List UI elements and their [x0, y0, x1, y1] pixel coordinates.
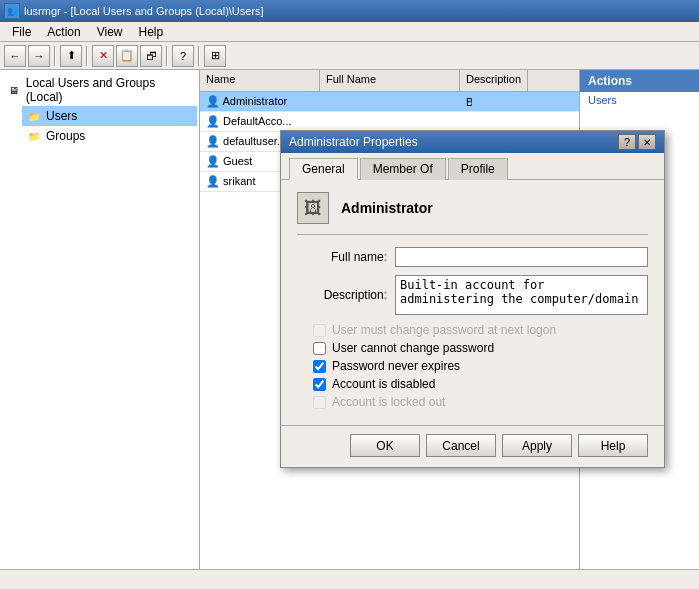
menu-file[interactable]: File — [4, 23, 39, 41]
checkbox-never-expires-label: Password never expires — [332, 359, 460, 373]
toolbar-display[interactable]: ⊞ — [204, 45, 226, 67]
tree-item-users[interactable]: 📁 Users — [22, 106, 197, 126]
tab-member-of[interactable]: Member Of — [360, 158, 446, 180]
fullname-row: Full name: — [297, 247, 648, 267]
administrator-properties-dialog: Administrator Properties ? ✕ General Mem… — [280, 130, 665, 468]
row-description: Built-in account for ad... — [460, 94, 472, 110]
toolbar-sep1 — [54, 46, 56, 66]
row-name: 👤 DefaultAcco... — [200, 113, 320, 130]
tab-bar: General Member Of Profile — [281, 153, 664, 180]
toolbar-forward[interactable]: → — [28, 45, 50, 67]
list-row[interactable]: 👤 Administrator Built-in account for ad.… — [200, 92, 579, 112]
tab-general[interactable]: General — [289, 158, 358, 180]
menu-action[interactable]: Action — [39, 23, 88, 41]
user-icon: 👤 — [206, 155, 223, 167]
description-label: Description: — [297, 288, 387, 302]
actions-header: Actions — [580, 70, 699, 92]
toolbar-delete[interactable]: ✕ — [92, 45, 114, 67]
description-input[interactable] — [395, 275, 648, 315]
ok-button[interactable]: OK — [350, 434, 420, 457]
menu-help[interactable]: Help — [131, 23, 172, 41]
checkbox-must-change-label: User must change password at next logon — [332, 323, 556, 337]
toolbar-back[interactable]: ← — [4, 45, 26, 67]
help-button[interactable]: Help — [578, 434, 648, 457]
apply-button[interactable]: Apply — [502, 434, 572, 457]
fullname-input[interactable] — [395, 247, 648, 267]
checkbox-account-locked-input[interactable] — [313, 396, 326, 409]
list-header: Name Full Name Description — [200, 70, 579, 92]
avatar-icon: 🖼 — [304, 198, 322, 219]
checkbox-account-locked-label: Account is locked out — [332, 395, 445, 409]
avatar: 🖼 — [297, 192, 329, 224]
toolbar-sep3 — [166, 46, 168, 66]
checkbox-account-disabled-input[interactable] — [313, 378, 326, 391]
row-fullname — [320, 100, 460, 104]
toolbar-properties[interactable]: 📋 — [116, 45, 138, 67]
tree-root: 🖥 Local Users and Groups (Local) 📁 Users… — [0, 70, 199, 150]
toolbar-up[interactable]: ⬆ — [60, 45, 82, 67]
tree-root-icon: 🖥 — [6, 82, 22, 98]
menu-view[interactable]: View — [89, 23, 131, 41]
cancel-button[interactable]: Cancel — [426, 434, 496, 457]
tab-profile[interactable]: Profile — [448, 158, 508, 180]
checkbox-must-change: User must change password at next logon — [297, 323, 648, 337]
tree-item-groups[interactable]: 📁 Groups — [22, 126, 197, 146]
status-bar — [0, 569, 699, 589]
dialog-title-bar: Administrator Properties ? ✕ — [281, 131, 664, 153]
checkbox-cannot-change-input[interactable] — [313, 342, 326, 355]
app-icon: 👥 — [4, 3, 20, 19]
row-extra — [472, 100, 579, 104]
checkbox-account-locked: Account is locked out — [297, 395, 648, 409]
menu-bar: File Action View Help — [0, 22, 699, 42]
user-icon: 👤 — [206, 175, 223, 187]
toolbar-new-window[interactable]: 🗗 — [140, 45, 162, 67]
tree-users-label: Users — [46, 109, 77, 123]
tree-users-icon: 📁 — [26, 108, 42, 124]
list-row[interactable]: 👤 DefaultAcco... — [200, 112, 579, 132]
checkbox-cannot-change: User cannot change password — [297, 341, 648, 355]
row-description — [460, 120, 472, 124]
tree-children: 📁 Users 📁 Groups — [2, 106, 197, 146]
col-name[interactable]: Name — [200, 70, 320, 91]
dialog-close-button[interactable]: ✕ — [638, 134, 656, 150]
user-icon: 👤 — [206, 95, 222, 107]
tree-root-item[interactable]: 🖥 Local Users and Groups (Local) — [2, 74, 197, 106]
left-panel: 🖥 Local Users and Groups (Local) 📁 Users… — [0, 70, 200, 569]
user-display-name: Administrator — [341, 200, 433, 216]
tree-root-label: Local Users and Groups (Local) — [26, 76, 193, 104]
checkbox-never-expires: Password never expires — [297, 359, 648, 373]
checkbox-account-disabled-label: Account is disabled — [332, 377, 435, 391]
user-icon: 👤 — [206, 115, 223, 127]
user-icon: 👤 — [206, 135, 223, 147]
col-fullname[interactable]: Full Name — [320, 70, 460, 91]
checkbox-never-expires-input[interactable] — [313, 360, 326, 373]
description-row: Description: — [297, 275, 648, 315]
tree-groups-icon: 📁 — [26, 128, 42, 144]
checkbox-must-change-input[interactable] — [313, 324, 326, 337]
actions-users[interactable]: Users — [580, 92, 699, 108]
row-fullname — [320, 120, 460, 124]
checkbox-account-disabled: Account is disabled — [297, 377, 648, 391]
row-extra — [472, 120, 579, 124]
tree-groups-label: Groups — [46, 129, 85, 143]
row-name: 👤 Administrator — [200, 93, 320, 110]
user-info-row: 🖼 Administrator — [297, 192, 648, 235]
title-bar: 👥 lusrmgr - [Local Users and Groups (Loc… — [0, 0, 699, 22]
toolbar-help[interactable]: ? — [172, 45, 194, 67]
dialog-content: 🖼 Administrator Full name: Description: … — [281, 180, 664, 425]
col-extra — [528, 70, 579, 91]
toolbar-sep2 — [86, 46, 88, 66]
checkbox-cannot-change-label: User cannot change password — [332, 341, 494, 355]
dialog-title-text: Administrator Properties — [289, 135, 616, 149]
toolbar-sep4 — [198, 46, 200, 66]
col-description[interactable]: Description — [460, 70, 528, 91]
fullname-label: Full name: — [297, 250, 387, 264]
dialog-buttons: OK Cancel Apply Help — [281, 425, 664, 467]
title-bar-text: lusrmgr - [Local Users and Groups (Local… — [24, 5, 264, 17]
dialog-help-icon[interactable]: ? — [618, 134, 636, 150]
toolbar: ← → ⬆ ✕ 📋 🗗 ? ⊞ — [0, 42, 699, 70]
